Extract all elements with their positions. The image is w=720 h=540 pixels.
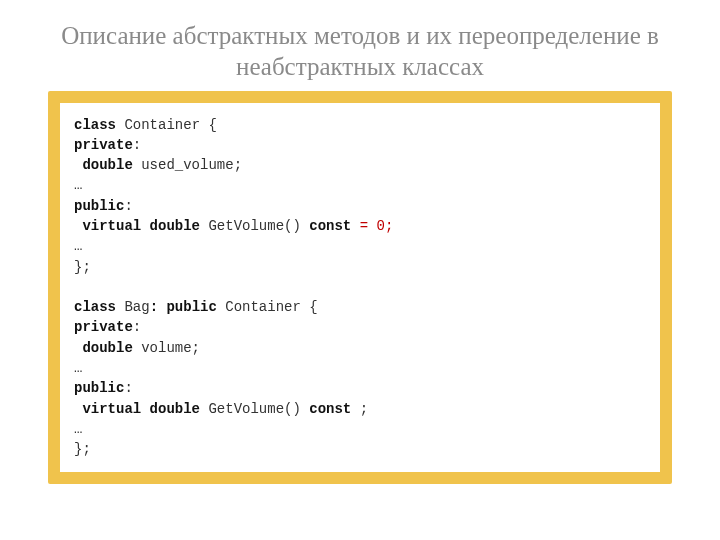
code-text: … <box>74 360 82 376</box>
keyword: public <box>166 299 216 315</box>
code-text: : <box>133 137 141 153</box>
code-text: Container { <box>217 299 318 315</box>
keyword: const <box>309 218 351 234</box>
pure-virtual-marker: = 0; <box>360 218 394 234</box>
code-blank <box>74 279 82 295</box>
code-text: }; <box>74 259 91 275</box>
code-text: GetVolume() <box>200 401 309 417</box>
code-block: class Container { private: double used_v… <box>60 103 660 472</box>
code-text: : <box>124 380 132 396</box>
keyword: class <box>74 299 116 315</box>
code-text: used_volume; <box>133 157 242 173</box>
keyword: virtual double <box>74 218 200 234</box>
code-text: GetVolume() <box>200 218 309 234</box>
code-text <box>351 218 359 234</box>
keyword: private <box>74 319 133 335</box>
keyword: double <box>74 157 133 173</box>
code-frame: class Container { private: double used_v… <box>48 91 672 484</box>
keyword: const <box>309 401 351 417</box>
keyword: double <box>74 340 133 356</box>
code-text: … <box>74 238 82 254</box>
code-text: Bag <box>116 299 150 315</box>
code-text: Container { <box>116 117 217 133</box>
keyword: class <box>74 117 116 133</box>
keyword: public <box>74 380 124 396</box>
code-text: … <box>74 421 82 437</box>
code-text: … <box>74 177 82 193</box>
code-text: : <box>124 198 132 214</box>
code-text: }; <box>74 441 91 457</box>
keyword: : <box>150 299 158 315</box>
keyword: public <box>74 198 124 214</box>
keyword: private <box>74 137 133 153</box>
keyword: virtual double <box>74 401 200 417</box>
code-text: : <box>133 319 141 335</box>
slide-title: Описание абстрактных методов и их переоп… <box>0 0 720 91</box>
code-text: ; <box>351 401 368 417</box>
code-text: volume; <box>133 340 200 356</box>
